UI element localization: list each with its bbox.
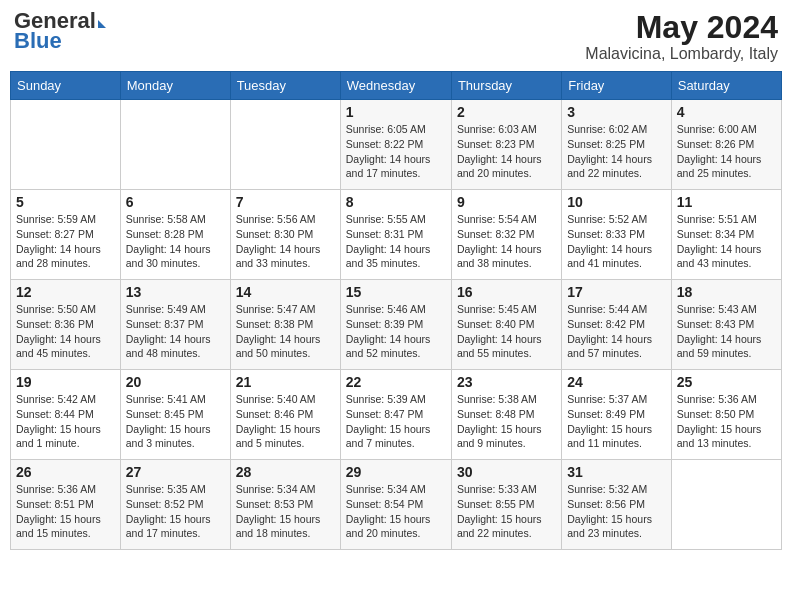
day-of-week-header: Sunday [11, 72, 121, 100]
day-info: Sunrise: 5:34 AMSunset: 8:54 PMDaylight:… [346, 482, 446, 541]
calendar-cell: 25Sunrise: 5:36 AMSunset: 8:50 PMDayligh… [671, 370, 781, 460]
day-number: 25 [677, 374, 776, 390]
calendar-week-row: 12Sunrise: 5:50 AMSunset: 8:36 PMDayligh… [11, 280, 782, 370]
day-number: 6 [126, 194, 225, 210]
calendar-week-row: 19Sunrise: 5:42 AMSunset: 8:44 PMDayligh… [11, 370, 782, 460]
calendar-cell: 2Sunrise: 6:03 AMSunset: 8:23 PMDaylight… [451, 100, 561, 190]
day-info: Sunrise: 5:43 AMSunset: 8:43 PMDaylight:… [677, 302, 776, 361]
calendar-cell: 20Sunrise: 5:41 AMSunset: 8:45 PMDayligh… [120, 370, 230, 460]
day-number: 15 [346, 284, 446, 300]
day-info: Sunrise: 5:56 AMSunset: 8:30 PMDaylight:… [236, 212, 335, 271]
day-number: 19 [16, 374, 115, 390]
day-number: 18 [677, 284, 776, 300]
calendar-cell: 9Sunrise: 5:54 AMSunset: 8:32 PMDaylight… [451, 190, 561, 280]
calendar-cell: 3Sunrise: 6:02 AMSunset: 8:25 PMDaylight… [562, 100, 671, 190]
calendar-cell: 11Sunrise: 5:51 AMSunset: 8:34 PMDayligh… [671, 190, 781, 280]
day-number: 2 [457, 104, 556, 120]
calendar-cell: 12Sunrise: 5:50 AMSunset: 8:36 PMDayligh… [11, 280, 121, 370]
calendar-cell: 6Sunrise: 5:58 AMSunset: 8:28 PMDaylight… [120, 190, 230, 280]
calendar-cell: 18Sunrise: 5:43 AMSunset: 8:43 PMDayligh… [671, 280, 781, 370]
calendar-cell: 30Sunrise: 5:33 AMSunset: 8:55 PMDayligh… [451, 460, 561, 550]
title-block: May 2024 Malavicina, Lombardy, Italy [585, 10, 778, 63]
calendar-location: Malavicina, Lombardy, Italy [585, 45, 778, 63]
day-number: 21 [236, 374, 335, 390]
calendar-cell: 24Sunrise: 5:37 AMSunset: 8:49 PMDayligh… [562, 370, 671, 460]
calendar-cell: 22Sunrise: 5:39 AMSunset: 8:47 PMDayligh… [340, 370, 451, 460]
day-of-week-header: Friday [562, 72, 671, 100]
day-number: 30 [457, 464, 556, 480]
day-number: 26 [16, 464, 115, 480]
calendar-cell: 28Sunrise: 5:34 AMSunset: 8:53 PMDayligh… [230, 460, 340, 550]
calendar-cell: 10Sunrise: 5:52 AMSunset: 8:33 PMDayligh… [562, 190, 671, 280]
calendar-table: SundayMondayTuesdayWednesdayThursdayFrid… [10, 71, 782, 550]
day-info: Sunrise: 5:39 AMSunset: 8:47 PMDaylight:… [346, 392, 446, 451]
logo-icon [98, 20, 106, 28]
logo: General Blue [14, 10, 106, 52]
day-info: Sunrise: 5:38 AMSunset: 8:48 PMDaylight:… [457, 392, 556, 451]
day-info: Sunrise: 5:35 AMSunset: 8:52 PMDaylight:… [126, 482, 225, 541]
day-info: Sunrise: 5:42 AMSunset: 8:44 PMDaylight:… [16, 392, 115, 451]
day-number: 10 [567, 194, 665, 210]
day-number: 31 [567, 464, 665, 480]
day-info: Sunrise: 5:45 AMSunset: 8:40 PMDaylight:… [457, 302, 556, 361]
day-number: 8 [346, 194, 446, 210]
calendar-cell: 15Sunrise: 5:46 AMSunset: 8:39 PMDayligh… [340, 280, 451, 370]
calendar-cell [120, 100, 230, 190]
day-number: 24 [567, 374, 665, 390]
day-info: Sunrise: 5:46 AMSunset: 8:39 PMDaylight:… [346, 302, 446, 361]
calendar-week-row: 5Sunrise: 5:59 AMSunset: 8:27 PMDaylight… [11, 190, 782, 280]
day-info: Sunrise: 6:00 AMSunset: 8:26 PMDaylight:… [677, 122, 776, 181]
day-info: Sunrise: 5:54 AMSunset: 8:32 PMDaylight:… [457, 212, 556, 271]
day-number: 12 [16, 284, 115, 300]
day-number: 5 [16, 194, 115, 210]
day-of-week-header: Monday [120, 72, 230, 100]
calendar-cell: 27Sunrise: 5:35 AMSunset: 8:52 PMDayligh… [120, 460, 230, 550]
day-number: 20 [126, 374, 225, 390]
page-header: General Blue May 2024 Malavicina, Lombar… [10, 10, 782, 63]
day-info: Sunrise: 5:47 AMSunset: 8:38 PMDaylight:… [236, 302, 335, 361]
calendar-week-row: 1Sunrise: 6:05 AMSunset: 8:22 PMDaylight… [11, 100, 782, 190]
day-info: Sunrise: 5:55 AMSunset: 8:31 PMDaylight:… [346, 212, 446, 271]
day-of-week-header: Thursday [451, 72, 561, 100]
day-info: Sunrise: 5:36 AMSunset: 8:50 PMDaylight:… [677, 392, 776, 451]
day-of-week-header: Saturday [671, 72, 781, 100]
calendar-cell [230, 100, 340, 190]
day-info: Sunrise: 5:59 AMSunset: 8:27 PMDaylight:… [16, 212, 115, 271]
day-info: Sunrise: 5:44 AMSunset: 8:42 PMDaylight:… [567, 302, 665, 361]
logo-blue: Blue [14, 30, 62, 52]
day-number: 14 [236, 284, 335, 300]
day-info: Sunrise: 6:05 AMSunset: 8:22 PMDaylight:… [346, 122, 446, 181]
calendar-cell: 19Sunrise: 5:42 AMSunset: 8:44 PMDayligh… [11, 370, 121, 460]
calendar-cell: 1Sunrise: 6:05 AMSunset: 8:22 PMDaylight… [340, 100, 451, 190]
day-number: 29 [346, 464, 446, 480]
day-of-week-header: Wednesday [340, 72, 451, 100]
day-number: 9 [457, 194, 556, 210]
day-info: Sunrise: 5:41 AMSunset: 8:45 PMDaylight:… [126, 392, 225, 451]
day-number: 28 [236, 464, 335, 480]
calendar-cell: 14Sunrise: 5:47 AMSunset: 8:38 PMDayligh… [230, 280, 340, 370]
calendar-cell [11, 100, 121, 190]
calendar-cell: 8Sunrise: 5:55 AMSunset: 8:31 PMDaylight… [340, 190, 451, 280]
day-info: Sunrise: 5:36 AMSunset: 8:51 PMDaylight:… [16, 482, 115, 541]
day-info: Sunrise: 5:52 AMSunset: 8:33 PMDaylight:… [567, 212, 665, 271]
day-number: 3 [567, 104, 665, 120]
day-info: Sunrise: 5:51 AMSunset: 8:34 PMDaylight:… [677, 212, 776, 271]
day-number: 27 [126, 464, 225, 480]
day-info: Sunrise: 6:03 AMSunset: 8:23 PMDaylight:… [457, 122, 556, 181]
calendar-cell: 16Sunrise: 5:45 AMSunset: 8:40 PMDayligh… [451, 280, 561, 370]
calendar-title: May 2024 [585, 10, 778, 45]
calendar-cell: 5Sunrise: 5:59 AMSunset: 8:27 PMDaylight… [11, 190, 121, 280]
day-number: 4 [677, 104, 776, 120]
calendar-cell: 31Sunrise: 5:32 AMSunset: 8:56 PMDayligh… [562, 460, 671, 550]
day-info: Sunrise: 5:49 AMSunset: 8:37 PMDaylight:… [126, 302, 225, 361]
calendar-cell: 29Sunrise: 5:34 AMSunset: 8:54 PMDayligh… [340, 460, 451, 550]
day-number: 13 [126, 284, 225, 300]
calendar-cell: 26Sunrise: 5:36 AMSunset: 8:51 PMDayligh… [11, 460, 121, 550]
calendar-header-row: SundayMondayTuesdayWednesdayThursdayFrid… [11, 72, 782, 100]
day-of-week-header: Tuesday [230, 72, 340, 100]
day-info: Sunrise: 5:37 AMSunset: 8:49 PMDaylight:… [567, 392, 665, 451]
calendar-cell: 17Sunrise: 5:44 AMSunset: 8:42 PMDayligh… [562, 280, 671, 370]
calendar-cell: 4Sunrise: 6:00 AMSunset: 8:26 PMDaylight… [671, 100, 781, 190]
day-info: Sunrise: 5:58 AMSunset: 8:28 PMDaylight:… [126, 212, 225, 271]
calendar-week-row: 26Sunrise: 5:36 AMSunset: 8:51 PMDayligh… [11, 460, 782, 550]
